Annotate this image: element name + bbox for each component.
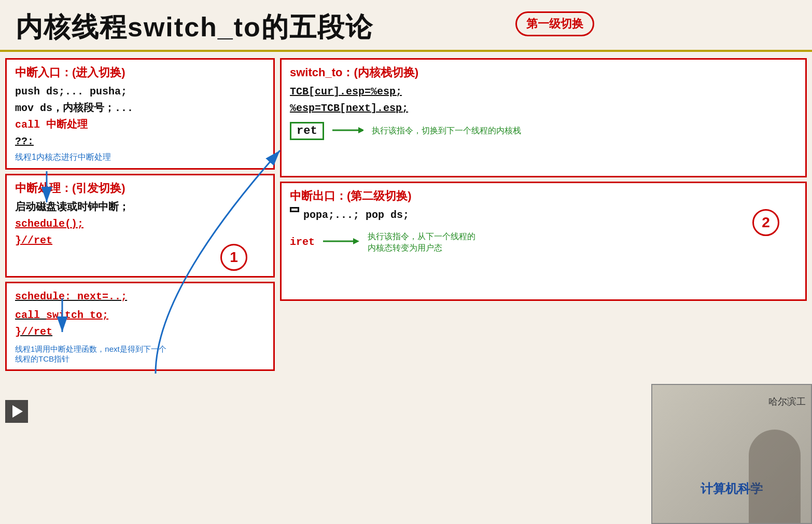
- switch-to-box: switch_to：(内核栈切换) TCB[cur].esp=%esp; %es…: [280, 58, 807, 177]
- code-schedule: schedule();: [15, 216, 265, 232]
- interrupt-entry-annotation: 线程1内核态进行中断处理: [15, 152, 265, 163]
- code-esp-tcb: %esp=TCB[next].esp;: [290, 100, 797, 117]
- code-tcb-cur: TCB[cur].esp=%esp;: [290, 84, 797, 100]
- circle-one: 1: [220, 244, 247, 271]
- interrupt-entry-box: 中断入口：(进入切换) push ds;... pusha; mov ds，内核…: [5, 58, 275, 170]
- code-push: push ds;... pusha;: [15, 84, 265, 100]
- ret-instruction: ret: [290, 122, 324, 140]
- video-panel: 哈尔滨工 计算机科学: [651, 384, 812, 524]
- code-call-interrupt: call 中断处理: [15, 117, 265, 133]
- svg-marker-3: [353, 238, 359, 244]
- interrupt-exit-title: 中断出口：(第二级切换): [290, 188, 797, 204]
- code-iret: iret: [290, 234, 315, 251]
- iret-arrow-icon: [323, 236, 359, 246]
- iret-annotation: 执行该指令，从下一个线程的内核态转变为用户态: [368, 231, 482, 254]
- title-bar: 内核线程switch_to的五段论: [0, 0, 812, 50]
- level-one-bubble: 第一级切换: [515, 11, 594, 36]
- video-content: 哈尔滨工 计算机科学: [652, 385, 811, 523]
- ret-arrow-icon: [332, 125, 363, 135]
- page-title: 内核线程switch_to的五段论: [16, 12, 373, 42]
- popa-bracket: [290, 207, 299, 212]
- interrupt-handler-title: 中断处理：(引发切换): [15, 181, 265, 196]
- schedule-box: schedule: next=..; call switch_to; }//re…: [5, 282, 275, 371]
- code-question: ??:: [15, 133, 265, 150]
- interrupt-exit-box: 中断出口：(第二级切换) popa;...; pop ds; iret: [280, 182, 807, 301]
- switch-to-title: switch_to：(内核栈切换): [290, 65, 797, 80]
- play-icon: [12, 405, 23, 418]
- code-schedule-ret: }//ret: [15, 324, 265, 340]
- code-start-disk: 启动磁盘读或时钟中断；: [15, 199, 265, 216]
- main-container: 内核线程switch_to的五段论 第一级切换 中断入口：(进入切换) push…: [0, 0, 812, 524]
- title-divider: [0, 50, 812, 52]
- code-call-switch: call switch_to;: [15, 307, 265, 324]
- video-top-text: 哈尔滨工: [768, 395, 806, 408]
- circle-two: 2: [752, 209, 779, 236]
- code-mov: mov ds，内核段号；...: [15, 100, 265, 117]
- svg-marker-1: [358, 127, 363, 133]
- code-schedule-next: schedule: next=..;: [15, 288, 265, 305]
- schedule-annotation: 线程1调用中断处理函数，next是得到下一个线程的TCB指针: [15, 344, 171, 364]
- ret-annotation: 执行该指令，切换到下一个线程的内核栈: [372, 126, 521, 136]
- interrupt-handler-box: 中断处理：(引发切换) 启动磁盘读或时钟中断； schedule(); }//r…: [5, 174, 275, 278]
- interrupt-entry-title: 中断入口：(进入切换): [15, 65, 265, 80]
- left-column: 中断入口：(进入切换) push ds;... pusha; mov ds，内核…: [5, 58, 275, 484]
- person-silhouette: [749, 430, 801, 523]
- code-popa: popa;...; pop ds;: [303, 207, 409, 224]
- play-button[interactable]: [5, 400, 28, 423]
